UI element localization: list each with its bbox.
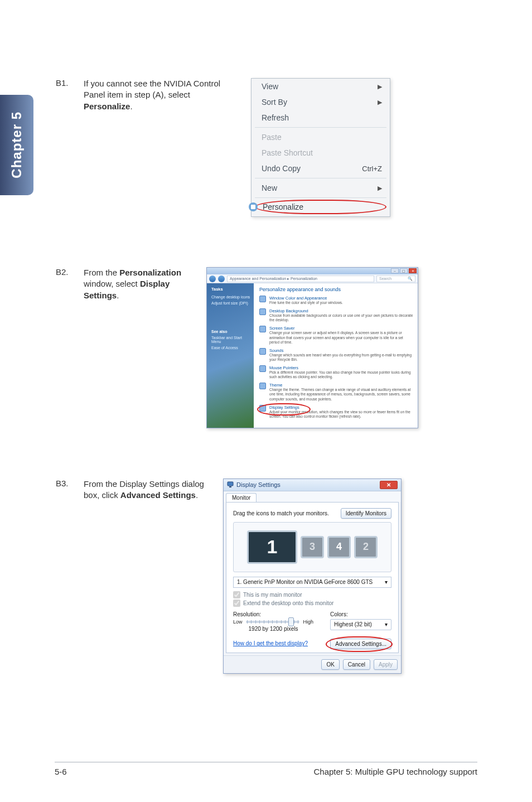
maximize-button[interactable]: ▢ [400, 268, 408, 273]
search-input[interactable]: Search 🔍 [376, 276, 415, 282]
close-button[interactable]: ✕ [380, 481, 398, 489]
separator [255, 127, 386, 128]
colors-label: Colors: [330, 611, 391, 617]
link-mouse-pointers[interactable]: Mouse PointersPick a different mouse poi… [259, 365, 413, 379]
identify-monitors-button[interactable]: Identify Monitors [341, 508, 391, 519]
chapter-tab-label: Chapter 5 [9, 112, 25, 178]
menu-item-paste: Paste [252, 129, 390, 145]
monitor-arrangement-area[interactable]: 1 3 4 2 [233, 522, 391, 572]
chevron-right-icon: ▶ [378, 185, 382, 192]
theme-icon [259, 383, 266, 389]
chevron-right-icon: ▶ [378, 83, 382, 90]
drag-instruction: Drag the icons to match your monitors. [233, 510, 329, 516]
step-number: B1. [56, 78, 84, 88]
tab-row: Monitor [224, 491, 401, 502]
separator [255, 178, 386, 178]
help-link[interactable]: How do I get the best display? [233, 640, 308, 646]
link-adjust-font-size[interactable]: Adjust font size (DPI) [211, 301, 250, 305]
desktop-background-icon [259, 308, 266, 315]
address-bar: Appearance and Personalization ▸ Persona… [207, 274, 418, 283]
monitor-icon [227, 481, 234, 488]
window-titlebar: – ▢ ✕ [207, 268, 418, 274]
see-also-heading: See also [211, 330, 250, 334]
personalize-main: Personalize appearance and sounds Window… [254, 283, 418, 428]
highlight-ring [326, 636, 393, 652]
page-number: 5-6 [55, 767, 67, 776]
highlight-ring [257, 403, 311, 416]
apply-button: Apply [374, 659, 398, 670]
checkbox-extend-desktop: Extend the desktop onto this monitor [233, 600, 391, 607]
ok-button[interactable]: OK [321, 659, 339, 670]
link-ease-of-access[interactable]: Ease of Access [211, 346, 250, 350]
monitor-1[interactable]: 1 [247, 530, 297, 564]
menu-item-personalize[interactable]: Personalize [255, 200, 386, 214]
close-button[interactable]: ✕ [409, 268, 417, 273]
monitor-3[interactable]: 3 [301, 536, 324, 558]
search-icon: 🔍 [408, 277, 413, 281]
svg-rect-1 [251, 205, 255, 209]
page-footer: 5-6 Chapter 5: Multiple GPU technology s… [55, 762, 477, 776]
step-b2: B2. From the Personalization window, sel… [56, 267, 477, 428]
cancel-button[interactable]: Cancel [343, 659, 370, 670]
step-number: B3. [56, 479, 84, 488]
menu-item-sort-by[interactable]: Sort By ▶ [252, 94, 390, 110]
minimize-button[interactable]: – [391, 268, 399, 273]
link-window-color[interactable]: Window Color and AppearanceFine tune the… [259, 296, 413, 305]
tab-monitor[interactable]: Monitor [226, 493, 257, 502]
menu-item-view[interactable]: View ▶ [252, 79, 390, 94]
chevron-down-icon: ▾ [385, 579, 388, 585]
mouse-pointers-icon [259, 365, 266, 372]
link-display-settings[interactable]: Display SettingsAdjust your monitor reso… [259, 405, 413, 419]
slider-thumb[interactable] [288, 617, 294, 626]
menu-item-refresh[interactable]: Refresh [252, 110, 390, 125]
separator [255, 197, 386, 198]
chevron-right-icon: ▶ [378, 99, 382, 106]
colors-select[interactable]: Highest (32 bit) ▾ [330, 619, 391, 630]
monitor-select[interactable]: 1. Generic PnP Monitor on NVIDIA GeForce… [233, 577, 391, 588]
shortcut-text: Ctrl+Z [362, 165, 382, 173]
tasks-panel: Tasks Change desktop icons Adjust font s… [207, 283, 254, 428]
link-desktop-background[interactable]: Desktop BackgroundChoose from available … [259, 308, 413, 322]
link-screen-saver[interactable]: Screen SaverChange your screen saver or … [259, 326, 413, 344]
svg-rect-2 [228, 482, 233, 486]
svg-rect-3 [229, 486, 231, 487]
link-theme[interactable]: ThemeChange the theme. Themes can change… [259, 383, 413, 401]
dialog-panel: Drag the icons to match your monitors. I… [226, 502, 399, 653]
display-settings-dialog: Display Settings ✕ Monitor Drag the icon… [223, 479, 402, 674]
link-sounds[interactable]: SoundsChange which sounds are heard when… [259, 348, 413, 362]
chapter-tab: Chapter 5 [0, 95, 33, 195]
resolution-value: 1920 by 1200 pixels [233, 626, 313, 632]
resolution-label: Resolution: [233, 611, 313, 617]
step-text: From the Display Settings dialog box, cl… [84, 479, 223, 501]
forward-button[interactable] [218, 276, 225, 282]
sounds-icon [259, 348, 266, 355]
personalize-icon [248, 202, 258, 212]
monitor-2[interactable]: 2 [354, 536, 378, 558]
step-text: If you cannot see the NVIDIA Control Pan… [84, 78, 251, 112]
dialog-button-row: OK Cancel Apply [224, 655, 401, 673]
link-change-desktop-icons[interactable]: Change desktop icons [211, 295, 250, 299]
step-text: From the Personalization window, select … [84, 267, 206, 301]
slider-high-label: High [303, 619, 313, 625]
monitor-4[interactable]: 4 [327, 536, 351, 558]
main-title: Personalize appearance and sounds [259, 287, 413, 292]
menu-item-undo-copy[interactable]: Undo Copy Ctrl+Z [252, 161, 390, 176]
dialog-title: Display Settings [236, 481, 377, 488]
tasks-heading: Tasks [211, 287, 250, 292]
screen-saver-icon [259, 326, 266, 332]
chapter-title: Chapter 5: Multiple GPU technology suppo… [314, 767, 478, 776]
step-b3: B3. From the Display Settings dialog box… [56, 479, 477, 674]
desktop-context-menu: View ▶ Sort By ▶ Refresh Paste Paste Sho… [251, 78, 390, 217]
dialog-titlebar: Display Settings ✕ [224, 479, 401, 491]
personalization-window: – ▢ ✕ Appearance and Personalization ▸ P… [206, 267, 418, 428]
checkbox-main-monitor: This is my main monitor [233, 591, 391, 598]
menu-item-paste-shortcut: Paste Shortcut [252, 145, 390, 161]
slider-low-label: Low [233, 619, 243, 625]
menu-item-new[interactable]: New ▶ [252, 180, 390, 196]
step-number: B2. [56, 267, 84, 277]
link-taskbar-start[interactable]: Taskbar and Start Menu [211, 336, 250, 344]
resolution-slider[interactable]: Low High [233, 619, 313, 625]
chevron-down-icon: ▾ [385, 621, 388, 627]
breadcrumb[interactable]: Appearance and Personalization ▸ Persona… [227, 276, 374, 282]
back-button[interactable] [209, 276, 216, 282]
